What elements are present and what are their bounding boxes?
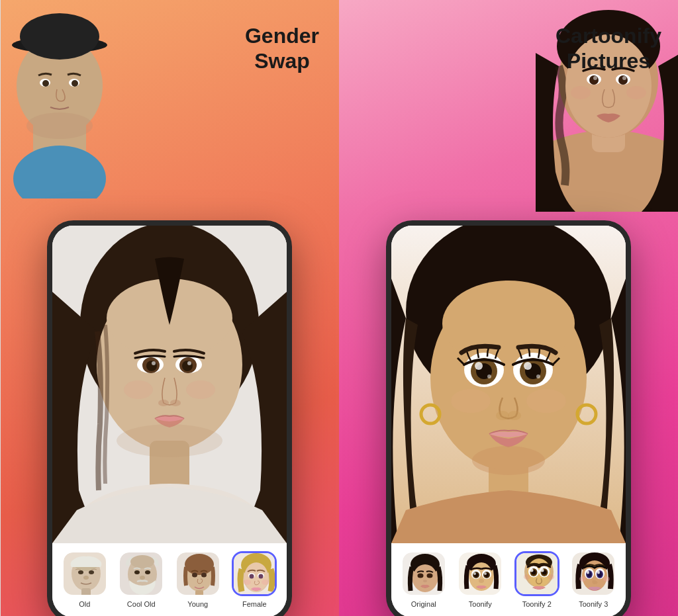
svg-point-55 [259, 574, 264, 579]
svg-point-113 [479, 579, 484, 583]
right-panel-title: Cartoonify Pictures [556, 23, 661, 74]
svg-point-93 [472, 446, 545, 475]
thumb-label-female: Female [242, 600, 267, 608]
svg-point-33 [89, 570, 94, 574]
panel-divider [0, 0, 1, 616]
left-phone-mockup: Old [47, 220, 292, 616]
svg-rect-35 [81, 588, 91, 596]
svg-point-24 [158, 400, 169, 406]
svg-point-9 [26, 112, 93, 139]
svg-point-68 [622, 76, 626, 80]
main-face-display-left [52, 226, 287, 543]
thumb-label-toonify3: Toonify 3 [579, 600, 608, 608]
svg-point-65 [593, 76, 597, 80]
svg-rect-47 [195, 590, 203, 596]
svg-point-69 [571, 86, 591, 99]
svg-point-138 [597, 571, 600, 574]
thumb-toonify3[interactable]: Toonify 3 [567, 551, 621, 608]
svg-point-25 [170, 400, 181, 406]
thumb-label-original: Original [411, 600, 436, 608]
svg-point-26 [124, 380, 153, 399]
thumb-img-original[interactable] [401, 551, 446, 596]
thumb-img-toonify[interactable] [458, 551, 503, 596]
svg-point-92 [526, 389, 566, 413]
svg-point-86 [536, 374, 540, 378]
left-panel-title: Gender Swap [245, 23, 319, 74]
svg-point-44 [185, 554, 214, 575]
right-panel: Cartoonify Pictures [339, 0, 678, 616]
thumb-img-old[interactable] [62, 551, 107, 596]
svg-point-40 [145, 570, 150, 574]
right-phone-mockup: Original [386, 220, 631, 616]
thumb-old[interactable]: Old [58, 551, 112, 608]
thumb-label-toonify2: Toonify 2 [522, 600, 552, 608]
svg-point-51 [244, 562, 268, 592]
svg-point-23 [187, 361, 191, 365]
svg-point-139 [579, 576, 586, 582]
svg-point-32 [78, 570, 83, 574]
svg-point-56 [243, 580, 251, 585]
background-person-left [0, 0, 126, 198]
svg-point-127 [548, 574, 554, 580]
thumb-label-toonify: Toonify [469, 600, 492, 608]
thumb-toonify[interactable]: Toonify [454, 551, 508, 608]
thumb-cool-old[interactable]: Cool Old [115, 551, 169, 608]
svg-point-22 [182, 361, 193, 371]
svg-point-1 [13, 146, 106, 198]
svg-point-81 [487, 374, 491, 378]
svg-point-80 [475, 362, 483, 370]
svg-point-88 [508, 411, 521, 420]
svg-point-4 [20, 13, 99, 60]
left-thumbnails-bar: Old [52, 543, 287, 616]
svg-point-39 [134, 570, 140, 574]
thumb-original[interactable]: Original [397, 551, 451, 608]
svg-point-19 [152, 361, 156, 365]
svg-point-108 [473, 572, 476, 575]
svg-point-28 [117, 424, 222, 457]
svg-point-34 [83, 576, 89, 580]
svg-point-126 [524, 574, 530, 580]
thumb-young[interactable]: Young [171, 551, 225, 608]
svg-point-87 [496, 411, 509, 420]
thumb-female[interactable]: Female [228, 551, 282, 608]
svg-point-53 [250, 574, 254, 579]
svg-point-70 [626, 86, 646, 99]
thumb-label-old: Old [79, 600, 90, 608]
thumb-img-toonify2[interactable] [514, 551, 559, 596]
svg-point-99 [426, 574, 432, 578]
svg-point-112 [484, 572, 487, 575]
main-face-display-right [391, 226, 626, 543]
thumb-toonify2[interactable]: Toonify 2 [510, 551, 564, 608]
svg-point-91 [451, 389, 491, 413]
svg-point-27 [186, 380, 215, 399]
svg-point-46 [201, 573, 207, 578]
svg-point-125 [540, 569, 544, 572]
svg-point-38 [130, 555, 154, 568]
thumb-label-young: Young [187, 600, 208, 608]
left-panel: Gender Swap [0, 0, 339, 616]
right-thumbnails-bar: Original [391, 543, 626, 616]
svg-point-100 [423, 580, 427, 582]
svg-point-7 [42, 80, 49, 87]
svg-point-85 [524, 362, 532, 370]
svg-point-134 [587, 571, 589, 574]
svg-point-98 [417, 574, 423, 578]
thumb-img-cool-old[interactable] [119, 551, 164, 596]
svg-point-140 [603, 576, 610, 582]
thumb-img-female[interactable] [232, 551, 277, 596]
svg-point-45 [192, 573, 197, 578]
svg-point-18 [146, 361, 157, 371]
thumb-label-cool-old: Cool Old [127, 600, 156, 608]
svg-point-8 [72, 80, 78, 87]
svg-point-57 [262, 580, 269, 585]
svg-point-121 [530, 569, 533, 572]
svg-point-41 [140, 576, 145, 580]
thumb-img-young[interactable] [175, 551, 220, 596]
thumb-img-toonify3[interactable] [571, 551, 616, 596]
